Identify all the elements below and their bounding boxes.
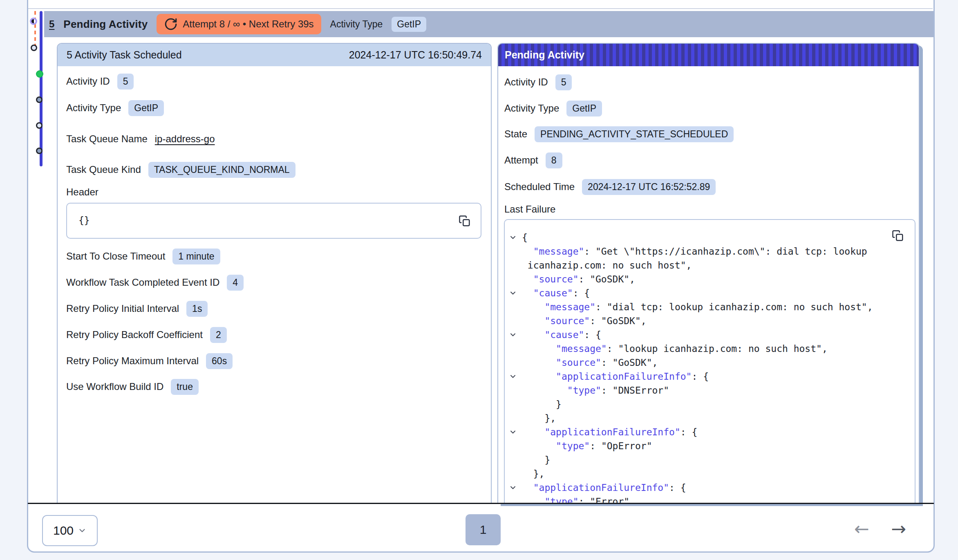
field-label: Task Queue Name [66, 133, 148, 145]
json-key: "cause" [544, 329, 584, 340]
json-text: : { [692, 371, 709, 382]
json-code-line: } [505, 397, 915, 411]
field-label: Activity ID [504, 76, 548, 88]
field-value-chip: 2 [210, 327, 227, 343]
chevron-down-icon[interactable] [509, 289, 517, 297]
json-key: "message" [556, 343, 607, 354]
activity-type-chip: GetIP [392, 17, 426, 32]
json-text [522, 316, 544, 326]
detail-row: Retry Policy Backoff Coefficient2 [66, 326, 227, 344]
copy-icon[interactable] [459, 215, 471, 227]
json-key: "source" [533, 274, 579, 284]
prev-page-icon[interactable]: ← [854, 520, 869, 538]
detail-row: Task Queue Nameip-address-go [66, 130, 215, 148]
timeline-marker[interactable] [36, 148, 43, 154]
json-code-line: "type": "OpError" [505, 439, 915, 453]
detail-row: Activity ID5 [66, 72, 134, 90]
field-label: Start To Close Timeout [66, 251, 165, 262]
timeline-marker-open[interactable] [31, 45, 37, 51]
field-label: Attempt [504, 155, 538, 166]
page-size-select[interactable]: 100 [42, 515, 98, 546]
chevron-down-icon[interactable] [509, 372, 517, 381]
field-label: Retry Policy Initial Interval [66, 303, 179, 314]
json-text: }, [522, 468, 544, 479]
chevron-down-icon[interactable] [509, 233, 517, 242]
timeline-marker[interactable] [36, 122, 43, 129]
json-text: : "OpError" [590, 441, 652, 451]
field-value-chip: 8 [546, 152, 562, 168]
header-payload-box: {} [66, 203, 481, 239]
task-queue-link[interactable]: ip-address-go [155, 133, 215, 145]
json-code-line: "applicationFailureInfo": { [505, 425, 915, 439]
retry-badge-label: Attempt 8 / ∞ • Next Retry 39s [183, 18, 313, 30]
json-text [522, 288, 533, 298]
field-value-chip: TASK_QUEUE_KIND_NORMAL [148, 162, 295, 178]
timeline-line [40, 11, 43, 166]
json-text: : "lookup icanhazip.com: no such host", [607, 343, 828, 354]
json-key: "source" [544, 316, 590, 326]
json-code-line: "cause": { [505, 286, 915, 300]
json-text: }, [522, 413, 556, 423]
field-label: Task Queue Kind [66, 164, 141, 175]
event-row-header[interactable]: 5 Pending Activity Attempt 8 / ∞ • Next … [44, 11, 933, 37]
json-text [522, 274, 533, 284]
field-label: Scheduled Time [504, 181, 575, 193]
field-label: Retry Policy Maximum Interval [66, 355, 199, 367]
chevron-down-icon[interactable] [509, 331, 517, 339]
timeline-marker[interactable] [36, 96, 43, 103]
timeline-current-event-marker[interactable] [30, 18, 37, 25]
json-key: "cause" [533, 288, 573, 298]
detail-row: Task Queue KindTASK_QUEUE_KIND_NORMAL [66, 161, 295, 179]
detail-row: StatePENDING_ACTIVITY_STATE_SCHEDULED [504, 125, 734, 143]
activity-type-label: Activity Type [330, 19, 383, 30]
copy-icon[interactable] [892, 230, 904, 242]
detail-row: Activity TypeGetIP [66, 99, 164, 117]
retry-badge: Attempt 8 / ∞ • Next Retry 39s [157, 14, 321, 34]
field-label: Workflow Task Completed Event ID [66, 277, 219, 288]
json-text: } [522, 399, 562, 410]
pending-activity-card: Pending Activity Activity ID5Activity Ty… [497, 43, 920, 504]
json-text [522, 329, 544, 340]
last-failure-json: { "message": "Get \"https://icanhazip.co… [505, 231, 915, 504]
last-failure-payload-box: { "message": "Get \"https://icanhazip.co… [504, 219, 915, 504]
detail-row: Activity ID5 [504, 73, 572, 91]
next-page-icon[interactable]: → [891, 520, 906, 538]
current-page-button[interactable]: 1 [466, 514, 501, 545]
json-text: icanhazip.com: no such host", [522, 260, 692, 271]
field-value-chip: 1s [186, 301, 208, 317]
field-value-chip: 4 [227, 275, 244, 291]
retry-icon [164, 17, 178, 31]
field-label: State [504, 128, 527, 140]
json-code-line: }, [505, 411, 915, 425]
event-header-title: 5 Activity Task Scheduled [67, 49, 182, 61]
field-value-chip: 2024-12-17 UTC 16:52:52.89 [582, 179, 716, 195]
json-text [522, 427, 544, 437]
json-code-line: "type": "DNSError" [505, 383, 915, 397]
json-key: "applicationFailureInfo" [533, 482, 669, 493]
event-id-link[interactable]: 5 [49, 18, 54, 30]
json-code-line: "applicationFailureInfo": { [505, 481, 915, 495]
json-code-line: "source": "GoSDK", [505, 272, 915, 286]
json-code-line: "message": "dial tcp: lookup icanhazip.c… [505, 300, 915, 314]
json-text [522, 246, 533, 257]
json-text: : { [669, 482, 686, 493]
json-key: "type" [567, 385, 601, 396]
timeline-marker-completed[interactable] [36, 70, 43, 78]
chevron-down-icon[interactable] [509, 484, 517, 492]
json-code-line: "source": "GoSDK", [505, 356, 915, 370]
json-key: "source" [556, 357, 601, 368]
json-text: : "Get \"https://icanhazip.com\": dial t… [584, 246, 867, 257]
json-text [522, 343, 556, 354]
json-text [522, 385, 567, 396]
json-text: } [522, 455, 550, 465]
json-text [522, 482, 533, 493]
json-text [522, 371, 556, 382]
detail-row: Workflow Task Completed Event ID4 [66, 273, 244, 291]
json-text: : "dial tcp: lookup icanhazip.com: no su… [595, 302, 873, 312]
current-page-number: 1 [480, 523, 487, 537]
chevron-down-icon[interactable] [509, 428, 517, 436]
field-label: Activity Type [66, 102, 121, 114]
json-key: "message" [533, 246, 584, 257]
detail-row: Start To Close Timeout1 minute [66, 247, 220, 265]
json-code-line: "cause": { [505, 328, 915, 342]
